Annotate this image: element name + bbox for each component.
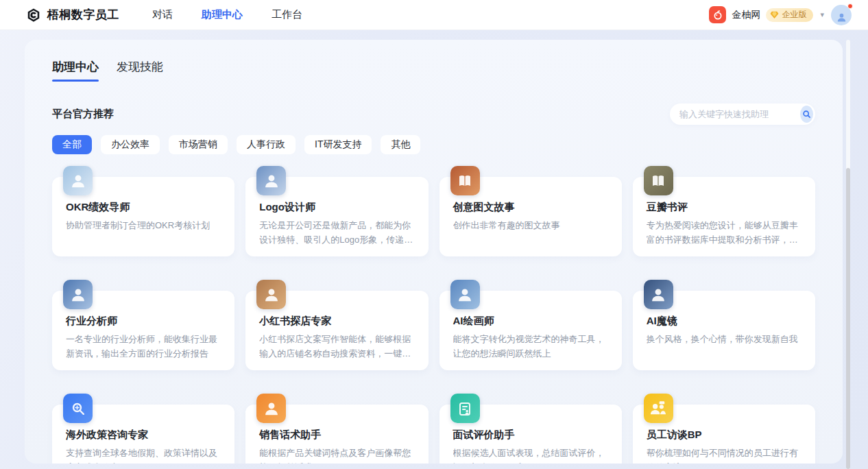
assistant-card[interactable]: Logo设计师 无论是开公司还是做新产品，都能为你设计独特、吸引人的Logo形象… — [245, 177, 428, 256]
section-title: 平台官方推荐 — [52, 108, 114, 121]
assistant-card[interactable]: OKR绩效导师 协助管理者制订合理的OKR考核计划 — [52, 177, 234, 256]
nav-item-assistant-center[interactable]: 助理中心 — [202, 8, 243, 21]
person-icon — [836, 12, 847, 23]
filter-hr-admin[interactable]: 人事行政 — [237, 135, 296, 154]
account-area: 金柚网 企业版 ▾ — [709, 5, 852, 25]
assistant-card[interactable]: 豆瓣书评 专为热爱阅读的您设计，能够从豆瓣丰富的书评数据库中提取和分析书评，带给… — [633, 177, 815, 256]
ai-mirror-avatar — [644, 280, 673, 309]
filter-it-support[interactable]: IT研发支持 — [304, 135, 372, 154]
search-box — [670, 104, 815, 125]
industry-analyst-avatar — [63, 280, 93, 309]
assistant-title: 小红书探店专家 — [259, 314, 414, 328]
wutong-logo-icon — [26, 8, 41, 23]
assistant-card[interactable]: AI绘画师 能将文字转化为视觉艺术的神奇工具，让您的想法瞬间跃然纸上 — [439, 291, 622, 370]
brand[interactable]: 梧桐数字员工 — [26, 7, 119, 23]
sales-script-avatar — [256, 394, 286, 423]
assistant-title: 创意图文故事 — [453, 200, 608, 214]
assistant-card[interactable]: 面试评价助手 根据候选人面试表现，总结面试评价，评估与岗位匹配度 — [439, 405, 622, 464]
assistant-desc: 一名专业的行业分析师，能收集行业最新资讯，输出全方面的行业分析报告 — [66, 332, 221, 361]
search-button[interactable] — [800, 106, 813, 123]
assistant-desc: 无论是开公司还是做新产品，都能为你设计独特、吸引人的Logo形象，传递品牌力。 — [259, 218, 414, 247]
assistant-card[interactable]: 员工访谈BP 帮你梳理如何与不同情况的员工进行有效的交流 — [633, 405, 815, 464]
assistant-desc: 创作出非常有趣的图文故事 — [453, 218, 608, 232]
notification-dot-icon — [847, 3, 853, 9]
plan-badge-label: 企业版 — [782, 9, 806, 21]
assistant-title: 员工访谈BP — [647, 428, 801, 442]
assistant-title: 海外政策咨询专家 — [66, 428, 221, 442]
assistant-desc: 根据候选人面试表现，总结面试评价，评估与岗位匹配度 — [453, 446, 608, 464]
assistant-desc: 能将文字转化为视觉艺术的神奇工具，让您的想法瞬间跃然纸上 — [453, 332, 608, 361]
interview-eval-avatar — [450, 394, 480, 423]
assistant-desc: 能根据产品关键词特点及客户画像帮您梳理打单话术 — [259, 446, 414, 464]
douban-review-avatar — [644, 166, 673, 195]
ai-painter-avatar — [450, 280, 480, 309]
brand-name: 梧桐数字员工 — [47, 7, 119, 23]
assistant-title: 销售话术助手 — [259, 428, 414, 442]
jinyou-logo-icon — [709, 6, 726, 23]
assistant-center-panel: 助理中心 发现技能 平台官方推荐 全部 办公效率 市场营销 人事行政 IT研发支… — [25, 40, 843, 464]
assistant-title: AI绘画师 — [453, 314, 608, 328]
company-name: 金柚网 — [732, 9, 760, 21]
xiaohongshu-expert-avatar — [256, 280, 286, 309]
filter-other[interactable]: 其他 — [381, 135, 420, 154]
assistant-title: 行业分析师 — [66, 314, 221, 328]
tab-assistant-center[interactable]: 助理中心 — [52, 59, 99, 82]
assistant-card[interactable]: 小红书探店专家 小红书探店文案写作智能体，能够根据输入的店铺名称自动搜索资料，一… — [245, 291, 428, 370]
filter-all[interactable]: 全部 — [52, 135, 92, 154]
scrollbar-thumb[interactable] — [846, 168, 850, 469]
assistant-card[interactable]: 海外政策咨询专家 支持查询全球各地假期、政策详情以及雇主成本信息。 — [52, 405, 234, 464]
plan-badge[interactable]: 企业版 — [766, 8, 813, 22]
logo-designer-avatar — [256, 166, 286, 195]
assistant-title: Logo设计师 — [259, 200, 414, 214]
search-icon — [802, 110, 811, 119]
assistant-desc: 支持查询全球各地假期、政策详情以及雇主成本信息。 — [66, 446, 221, 464]
creative-story-avatar — [450, 166, 480, 195]
nav-item-chat[interactable]: 对话 — [152, 8, 173, 21]
tab-discover-skills[interactable]: 发现技能 — [117, 59, 163, 82]
assistant-card[interactable]: 行业分析师 一名专业的行业分析师，能收集行业最新资讯，输出全方面的行业分析报告 — [52, 291, 234, 370]
assistant-desc: 小红书探店文案写作智能体，能够根据输入的店铺名称自动搜索资料，一键写出探店... — [259, 332, 414, 361]
filter-marketing[interactable]: 市场营销 — [169, 135, 228, 154]
assistant-title: OKR绩效导师 — [66, 200, 221, 214]
main-nav: 对话 助理中心 工作台 — [152, 8, 302, 21]
user-avatar[interactable] — [831, 5, 852, 25]
assistant-card[interactable]: 创意图文故事 创作出非常有趣的图文故事 — [439, 177, 622, 256]
assistant-desc: 协助管理者制订合理的OKR考核计划 — [66, 218, 221, 232]
assistant-title: 豆瓣书评 — [647, 200, 801, 214]
top-navbar: 梧桐数字员工 对话 助理中心 工作台 金柚网 企业版 ▾ — [0, 0, 868, 30]
assistant-desc: 专为热爱阅读的您设计，能够从豆瓣丰富的书评数据库中提取和分析书评，带给您全... — [647, 218, 801, 247]
filter-office-efficiency[interactable]: 办公效率 — [101, 135, 160, 154]
assistant-card[interactable]: 销售话术助手 能根据产品关键词特点及客户画像帮您梳理打单话术 — [245, 405, 428, 464]
assistant-card[interactable]: AI魔镜 换个风格，换个心情，带你发现新自我 — [633, 291, 815, 370]
page-tabs: 助理中心 发现技能 — [52, 59, 815, 82]
assistant-title: AI魔镜 — [647, 314, 801, 328]
assistant-desc: 换个风格，换个心情，带你发现新自我 — [647, 332, 801, 346]
okr-coach-avatar — [63, 166, 93, 195]
category-filters: 全部 办公效率 市场营销 人事行政 IT研发支持 其他 — [52, 135, 815, 154]
nav-item-workbench[interactable]: 工作台 — [272, 8, 302, 21]
assistant-desc: 帮你梳理如何与不同情况的员工进行有效的交流 — [647, 446, 801, 464]
overseas-policy-avatar — [63, 394, 93, 423]
chevron-down-icon[interactable]: ▾ — [820, 10, 824, 19]
gem-icon — [770, 10, 779, 19]
assistant-grid: OKR绩效导师 协助管理者制订合理的OKR考核计划 Logo设计师 无论是开公司… — [52, 177, 815, 464]
search-input[interactable] — [679, 109, 800, 119]
assistant-title: 面试评价助手 — [453, 428, 608, 442]
employee-interview-avatar — [644, 394, 673, 423]
